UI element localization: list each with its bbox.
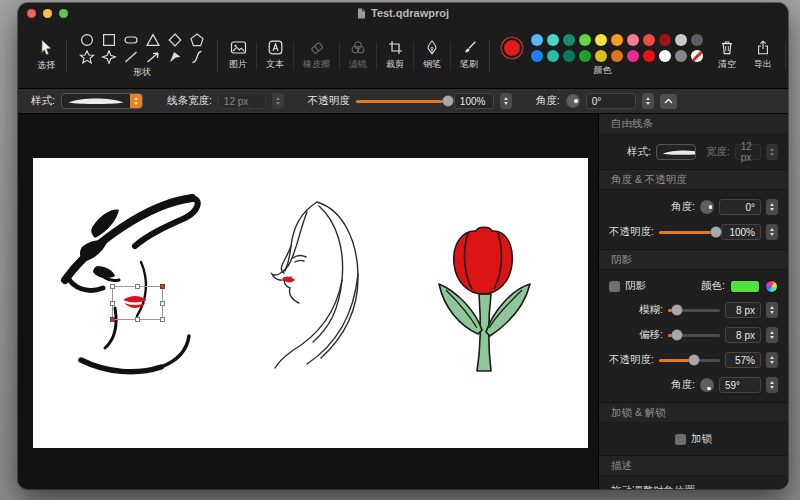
sidebar-width-input[interactable]: 12 px xyxy=(735,144,761,160)
selection-handle-bottom-left[interactable] xyxy=(110,317,115,322)
selection-handle-bottom-center[interactable] xyxy=(135,317,140,322)
shape-triangle[interactable] xyxy=(143,32,163,47)
shadow-blur-input[interactable]: 8 px xyxy=(725,302,761,318)
shadow-angle-stepper[interactable] xyxy=(766,377,778,393)
color-swatch[interactable] xyxy=(547,34,559,46)
selection-handle-top-center[interactable] xyxy=(135,284,140,289)
shadow-opacity-input[interactable]: 57% xyxy=(725,352,761,368)
tool-image[interactable]: 图片 xyxy=(222,40,254,71)
opacity-stepper[interactable] xyxy=(500,93,512,109)
selected-color-swatch[interactable] xyxy=(502,38,522,58)
clear-button[interactable]: 清空 xyxy=(711,40,743,71)
shadow-offset-input[interactable]: 8 px xyxy=(725,327,761,343)
color-swatch[interactable] xyxy=(579,34,591,46)
shadow-angle-dial[interactable] xyxy=(700,378,714,392)
shadow-offset-slider[interactable] xyxy=(668,334,720,337)
shapes-palette: 形状 xyxy=(71,32,213,79)
tool-eraser[interactable]: 橡皮擦 xyxy=(296,40,337,71)
sidebar-angle-input[interactable]: 0° xyxy=(719,199,761,215)
drawing-abstract-woman-hat[interactable] xyxy=(45,174,220,392)
shape-curve[interactable] xyxy=(187,49,207,64)
sidebar-opacity-slider[interactable] xyxy=(659,231,716,234)
shape-line[interactable] xyxy=(121,49,141,64)
export-button[interactable]: 导出 xyxy=(747,40,779,71)
color-swatch[interactable] xyxy=(643,34,655,46)
tool-text[interactable]: 文本 xyxy=(259,40,291,71)
sidebar-angle-stepper[interactable] xyxy=(766,199,778,215)
color-swatch[interactable] xyxy=(531,50,543,62)
selection-handle-top-right[interactable] xyxy=(160,284,165,289)
artboard[interactable] xyxy=(33,158,588,448)
line-width-input[interactable]: 12 px xyxy=(218,93,266,109)
shadow-blur-stepper[interactable] xyxy=(766,302,778,318)
color-swatch[interactable] xyxy=(531,34,543,46)
color-swatch[interactable] xyxy=(627,34,639,46)
color-swatch[interactable] xyxy=(595,50,607,62)
color-wheel-button[interactable] xyxy=(765,280,778,293)
shape-star[interactable] xyxy=(77,49,97,64)
color-swatch[interactable] xyxy=(611,50,623,62)
color-swatch[interactable] xyxy=(579,50,591,62)
no-color-swatch[interactable] xyxy=(691,50,703,62)
stroke-style-popup[interactable] xyxy=(61,93,143,109)
selection-handle-middle-right[interactable] xyxy=(160,301,165,306)
color-swatch[interactable] xyxy=(675,34,687,46)
selection-box[interactable] xyxy=(112,286,163,320)
shape-solid-arrow[interactable] xyxy=(165,49,185,64)
line-width-stepper[interactable] xyxy=(272,93,284,109)
color-swatch[interactable] xyxy=(675,50,687,62)
color-swatch[interactable] xyxy=(627,50,639,62)
shadow-checkbox[interactable] xyxy=(609,281,620,292)
angle-dial[interactable] xyxy=(566,94,580,108)
lock-checkbox[interactable] xyxy=(675,434,686,445)
shape-ellipse[interactable] xyxy=(121,32,141,47)
sidebar-angle-dial[interactable] xyxy=(700,200,714,214)
select-tool-label: 选择 xyxy=(37,59,55,72)
color-swatch[interactable] xyxy=(547,50,559,62)
angle-input[interactable]: 0° xyxy=(586,93,636,109)
select-tool[interactable]: 选择 xyxy=(30,39,62,72)
tool-filter[interactable]: 滤镜 xyxy=(342,40,374,71)
shadow-opacity-slider[interactable] xyxy=(659,359,720,362)
color-swatch[interactable] xyxy=(611,34,623,46)
close-button[interactable] xyxy=(27,9,36,18)
tool-pen[interactable]: 钢笔 xyxy=(416,40,448,71)
sidebar-width-stepper[interactable] xyxy=(766,144,778,160)
sidebar-stroke-style-popup[interactable] xyxy=(656,144,696,160)
color-swatch[interactable] xyxy=(563,34,575,46)
selection-handle-top-left[interactable] xyxy=(110,284,115,289)
shape-diamond[interactable] xyxy=(165,32,185,47)
shadow-blur-slider[interactable] xyxy=(668,309,720,312)
shadow-angle-input[interactable]: 59° xyxy=(719,377,761,393)
shape-square[interactable] xyxy=(99,32,119,47)
sidebar-opacity-input[interactable]: 100% xyxy=(721,224,761,240)
shadow-opacity-stepper[interactable] xyxy=(766,352,778,368)
sidebar-opacity-stepper[interactable] xyxy=(766,224,778,240)
color-swatch[interactable] xyxy=(691,34,703,46)
shape-arrow[interactable] xyxy=(143,49,163,64)
shape-four-point-star[interactable] xyxy=(99,49,119,64)
canvas[interactable] xyxy=(18,114,598,489)
tool-crop[interactable]: 裁剪 xyxy=(379,40,411,71)
color-swatch[interactable] xyxy=(563,50,575,62)
drawing-woman-profile[interactable] xyxy=(245,194,395,370)
color-swatch[interactable] xyxy=(595,34,607,46)
shadow-color-well[interactable] xyxy=(730,280,760,293)
drawing-red-tulip[interactable] xyxy=(418,224,548,376)
minimize-button[interactable] xyxy=(43,9,52,18)
collapse-options-button[interactable] xyxy=(660,94,677,109)
opacity-slider[interactable] xyxy=(356,100,448,103)
zoom-button[interactable] xyxy=(59,9,68,18)
selection-handle-bottom-right[interactable] xyxy=(160,317,165,322)
shadow-offset-stepper[interactable] xyxy=(766,327,778,343)
color-swatch[interactable] xyxy=(643,50,655,62)
opacity-input[interactable]: 100% xyxy=(454,93,494,109)
cursor-icon xyxy=(39,39,54,56)
color-swatch[interactable] xyxy=(659,34,671,46)
color-swatch[interactable] xyxy=(659,50,671,62)
shape-circle[interactable] xyxy=(77,32,97,47)
angle-stepper[interactable] xyxy=(642,93,654,109)
selection-handle-middle-left[interactable] xyxy=(110,301,115,306)
shape-pentagon[interactable] xyxy=(187,32,207,47)
tool-brush[interactable]: 笔刷 xyxy=(453,40,485,71)
